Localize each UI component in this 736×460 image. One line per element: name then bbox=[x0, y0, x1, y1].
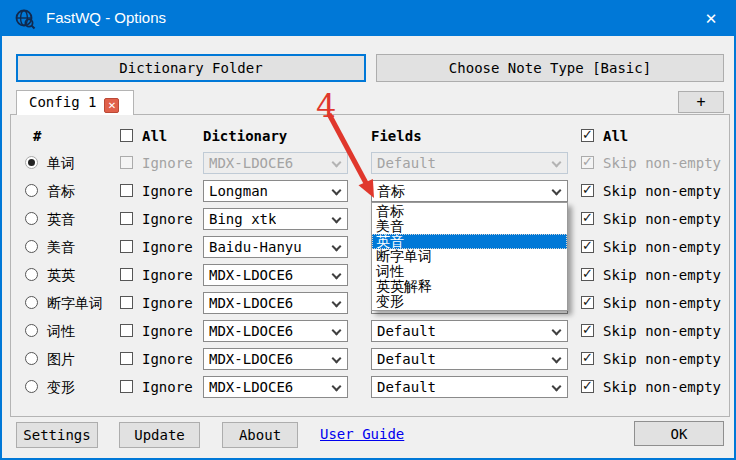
dictionary-select[interactable]: Bing xtk bbox=[203, 208, 348, 230]
row-label: 断字单词 bbox=[47, 295, 103, 313]
ok-button[interactable]: OK bbox=[634, 421, 724, 446]
ignore-checkbox[interactable] bbox=[120, 240, 133, 253]
dictionary-select-value: Bing xtk bbox=[209, 211, 276, 227]
options-dialog: FastWQ - Options ✕ Dictionary Folder Cho… bbox=[0, 0, 736, 460]
skip-checkbox[interactable] bbox=[581, 240, 594, 253]
close-window-icon[interactable]: ✕ bbox=[688, 2, 734, 36]
ignore-label: Ignore bbox=[142, 351, 193, 367]
config-row-图片: 图片IgnoreMDX-LDOCE6DefaultSkip non-empty bbox=[11, 345, 729, 373]
skip-checkbox[interactable] bbox=[581, 296, 594, 309]
ignore-label: Ignore bbox=[142, 239, 193, 255]
dictionary-select[interactable]: MDX-LDOCE6 bbox=[203, 264, 348, 286]
dropdown-item[interactable]: 变形 bbox=[372, 294, 567, 309]
skip-label: Skip non-empty bbox=[603, 155, 721, 171]
dictionary-select[interactable]: MDX-LDOCE6 bbox=[203, 320, 348, 342]
skip-label: Skip non-empty bbox=[603, 351, 721, 367]
ignore-label: Ignore bbox=[142, 183, 193, 199]
dictionary-select-value: MDX-LDOCE6 bbox=[209, 295, 293, 311]
skip-label: Skip non-empty bbox=[603, 239, 721, 255]
dictionary-select[interactable]: Longman bbox=[203, 180, 348, 202]
skip-checkbox[interactable] bbox=[581, 324, 594, 337]
column-header-number: # bbox=[33, 128, 41, 144]
ignore-label: Ignore bbox=[142, 295, 193, 311]
chevron-down-icon bbox=[332, 214, 342, 224]
fields-select[interactable]: Default bbox=[371, 320, 568, 342]
column-header-dictionary: Dictionary bbox=[203, 128, 287, 144]
dropdown-item[interactable]: 断字单词 bbox=[372, 249, 567, 264]
row-radio[interactable] bbox=[25, 296, 38, 309]
config-row-单词: 单词IgnoreMDX-LDOCE6DefaultSkip non-empty bbox=[11, 149, 729, 177]
row-radio[interactable] bbox=[25, 184, 38, 197]
row-radio[interactable] bbox=[25, 380, 38, 393]
ignore-checkbox[interactable] bbox=[120, 212, 133, 225]
row-radio[interactable] bbox=[25, 212, 38, 225]
row-radio[interactable] bbox=[25, 156, 38, 169]
fields-select-value: Default bbox=[377, 351, 436, 367]
dropdown-item[interactable]: 美音 bbox=[372, 219, 567, 234]
user-guide-link[interactable]: User Guide bbox=[320, 426, 404, 442]
config-row-词性: 词性IgnoreMDX-LDOCE6DefaultSkip non-empty bbox=[11, 317, 729, 345]
chevron-down-icon bbox=[552, 354, 562, 364]
ignore-checkbox[interactable] bbox=[120, 352, 133, 365]
dropdown-item[interactable]: 英英解释 bbox=[372, 279, 567, 294]
skip-checkbox[interactable] bbox=[581, 380, 594, 393]
row-label: 单词 bbox=[47, 155, 75, 173]
skip-checkbox[interactable] bbox=[581, 184, 594, 197]
row-radio[interactable] bbox=[25, 352, 38, 365]
ignore-checkbox[interactable] bbox=[120, 296, 133, 309]
dropdown-item[interactable]: 词性 bbox=[372, 264, 567, 279]
dropdown-item[interactable]: 英音 bbox=[372, 234, 567, 249]
tab-label: Config 1 bbox=[29, 94, 96, 110]
row-radio[interactable] bbox=[25, 240, 38, 253]
column-header-all-right: All bbox=[603, 128, 628, 144]
dictionary-select[interactable]: Baidu-Hanyu bbox=[203, 236, 348, 258]
dropdown-item[interactable]: 音标 bbox=[372, 204, 567, 219]
tab-config-1[interactable]: Config 1✕ bbox=[16, 90, 134, 115]
tab-close-icon[interactable]: ✕ bbox=[104, 98, 119, 113]
fields-select-value: Default bbox=[377, 155, 436, 171]
row-radio[interactable] bbox=[25, 324, 38, 337]
skip-checkbox[interactable] bbox=[581, 352, 594, 365]
fields-select[interactable]: Default bbox=[371, 152, 568, 174]
config-row-断字单词: 断字单词IgnoreMDX-LDOCE6DefaultSkip non-empt… bbox=[11, 289, 729, 317]
dictionary-folder-button[interactable]: Dictionary Folder bbox=[16, 54, 366, 82]
ignore-checkbox[interactable] bbox=[120, 156, 133, 169]
ignore-label: Ignore bbox=[142, 323, 193, 339]
all-ignore-checkbox[interactable] bbox=[120, 129, 133, 142]
choose-note-type-button[interactable]: Choose Note Type [Basic] bbox=[376, 54, 724, 82]
add-config-tab-button[interactable]: + bbox=[678, 91, 724, 113]
fields-select[interactable]: Default bbox=[371, 348, 568, 370]
row-radio[interactable] bbox=[25, 268, 38, 281]
skip-label: Skip non-empty bbox=[603, 379, 721, 395]
chevron-down-icon bbox=[552, 158, 562, 168]
dictionary-select[interactable]: MDX-LDOCE6 bbox=[203, 376, 348, 398]
chevron-down-icon bbox=[332, 382, 342, 392]
chevron-down-icon bbox=[332, 354, 342, 364]
update-button[interactable]: Update bbox=[119, 422, 200, 448]
dictionary-select-value: Baidu-Hanyu bbox=[209, 239, 302, 255]
chevron-down-icon bbox=[332, 326, 342, 336]
row-label: 美音 bbox=[47, 239, 75, 257]
skip-checkbox[interactable] bbox=[581, 268, 594, 281]
fields-select[interactable]: Default bbox=[371, 376, 568, 398]
settings-button[interactable]: Settings bbox=[16, 422, 98, 448]
skip-checkbox[interactable] bbox=[581, 156, 594, 169]
row-label: 英音 bbox=[47, 211, 75, 229]
chevron-down-icon bbox=[552, 382, 562, 392]
chevron-down-icon bbox=[332, 242, 342, 252]
ignore-checkbox[interactable] bbox=[120, 184, 133, 197]
chevron-down-icon bbox=[552, 326, 562, 336]
all-skip-checkbox[interactable] bbox=[581, 129, 594, 142]
ignore-label: Ignore bbox=[142, 267, 193, 283]
dictionary-select[interactable]: MDX-LDOCE6 bbox=[203, 152, 348, 174]
config-row-英英: 英英IgnoreMDX-LDOCE6DefaultSkip non-empty bbox=[11, 261, 729, 289]
dictionary-select[interactable]: MDX-LDOCE6 bbox=[203, 348, 348, 370]
ignore-checkbox[interactable] bbox=[120, 268, 133, 281]
dictionary-select-value: MDX-LDOCE6 bbox=[209, 155, 293, 171]
skip-checkbox[interactable] bbox=[581, 212, 594, 225]
dictionary-select[interactable]: MDX-LDOCE6 bbox=[203, 292, 348, 314]
fields-select[interactable]: 音标 bbox=[371, 180, 568, 202]
ignore-checkbox[interactable] bbox=[120, 380, 133, 393]
ignore-checkbox[interactable] bbox=[120, 324, 133, 337]
about-button[interactable]: About bbox=[222, 422, 298, 448]
